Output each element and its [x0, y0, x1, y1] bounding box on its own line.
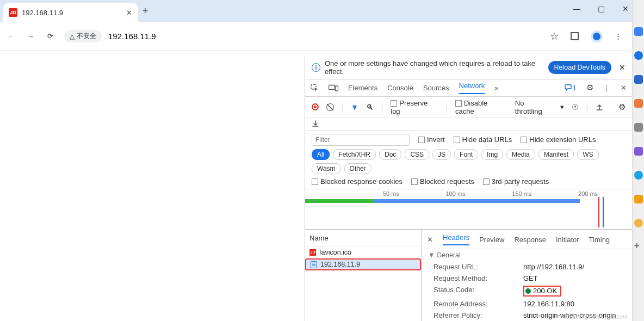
tab-sources[interactable]: Sources [423, 84, 449, 92]
detail-tab-preview[interactable]: Preview [479, 236, 504, 244]
third-party-label: 3rd-party requests [492, 177, 549, 186]
hide-ext-checkbox[interactable]: Hide extension URLs [521, 135, 596, 144]
warning-icon: △ [70, 33, 75, 40]
chevron-down-icon[interactable]: ▾ [560, 103, 564, 111]
svg-rect-2 [336, 86, 338, 91]
blocked-requests-checkbox[interactable]: Blocked requests [411, 177, 474, 186]
blocked-cookies-checkbox[interactable]: Blocked response cookies [312, 177, 403, 186]
timeline-bar [305, 199, 374, 203]
hide-data-checkbox[interactable]: Hide data URLs [454, 135, 512, 144]
chip-css[interactable]: CSS [405, 149, 429, 160]
reload-devtools-button[interactable]: Reload DevTools [548, 61, 612, 74]
reload-icon[interactable]: ⟳ [45, 32, 55, 40]
devtools-close-icon[interactable]: ✕ [621, 84, 627, 92]
blocked-requests-label: Blocked requests [420, 177, 474, 186]
window-minimize-icon[interactable]: ― [573, 4, 580, 13]
kv-row: Status Code:200 OK [422, 284, 632, 298]
chip-font[interactable]: Font [454, 149, 478, 160]
settings-icon[interactable]: ⚙ [586, 83, 593, 92]
chrome-menu-icon[interactable]: ⋮ [615, 35, 622, 38]
clear-icon[interactable] [326, 103, 334, 111]
issues-count[interactable]: 1 [565, 84, 577, 92]
kv-value: http://192.168.11.9/ [523, 263, 584, 271]
dock-item[interactable] [634, 27, 643, 36]
kv-key: Referrer Policy: [434, 311, 523, 319]
chip-ws[interactable]: WS [577, 149, 598, 160]
tab-network[interactable]: Network [459, 82, 485, 94]
tick-label: 100 ms [446, 190, 466, 197]
status-dot-icon [525, 288, 531, 294]
device-icon[interactable] [329, 84, 338, 91]
nav-forward-icon[interactable]: → [25, 32, 36, 40]
invert-checkbox[interactable]: Invert [418, 135, 445, 144]
dock-add-icon[interactable]: + [634, 243, 643, 251]
dock-item[interactable] [634, 219, 643, 227]
dock-item[interactable] [634, 123, 643, 132]
devtools-tabstrip: Elements Console Sources Network » 1 ⚙ ⋮… [305, 79, 632, 97]
kv-value: GET [523, 274, 538, 282]
chip-js[interactable]: JS [432, 149, 451, 160]
tab-console[interactable]: Console [387, 84, 413, 92]
chip-wasm[interactable]: Wasm [312, 163, 341, 174]
window-maximize-icon[interactable]: ▢ [598, 4, 605, 13]
detail-tab-response[interactable]: Response [514, 236, 546, 244]
detail-tab-initiator[interactable]: Initiator [556, 236, 579, 244]
tick-label: 150 ms [512, 190, 531, 197]
security-badge[interactable]: △不安全 [64, 30, 102, 42]
kv-row: Remote Address:192.168.11.9:80 [422, 298, 632, 310]
request-row-selected[interactable]: 192.168.11.9 [305, 258, 421, 270]
inspect-icon[interactable] [311, 84, 319, 92]
filter-input[interactable] [312, 134, 410, 146]
request-list-header[interactable]: Name [305, 230, 421, 246]
panel-icon[interactable] [571, 32, 579, 40]
preserve-log-checkbox[interactable]: Preserve log [391, 99, 438, 115]
detail-tab-headers[interactable]: Headers [443, 233, 469, 245]
download-icon[interactable] [312, 120, 626, 127]
dock-item[interactable] [634, 147, 643, 156]
network-timeline[interactable]: 50 ms 100 ms 150 ms 200 ms [305, 189, 632, 230]
profile-avatar[interactable] [591, 30, 603, 42]
filter-toggle-icon[interactable]: ▼ [351, 103, 358, 112]
detail-tab-timing[interactable]: Timing [589, 236, 610, 244]
more-tabs-icon[interactable]: » [494, 84, 498, 92]
window-close-icon[interactable]: ✕ [622, 4, 629, 13]
section-general[interactable]: ▼General [422, 249, 632, 261]
star-icon[interactable]: ☆ [550, 30, 559, 42]
browser-tab[interactable]: JD 192.168.11.9 ✕ [3, 3, 138, 22]
banner-close-icon[interactable]: ✕ [619, 63, 626, 72]
request-row[interactable]: JD favicon.ico [305, 246, 421, 258]
kv-key: Request URL: [434, 263, 523, 271]
new-tab-button[interactable]: + [141, 5, 149, 17]
throttling-select[interactable]: No throttling [515, 99, 553, 115]
detail-close-icon[interactable]: ✕ [427, 236, 433, 244]
chip-media[interactable]: Media [506, 149, 535, 160]
resource-type-chips: All Fetch/XHR Doc CSS JS Font Img Media … [312, 149, 626, 174]
dock-item[interactable] [634, 195, 643, 203]
chip-other[interactable]: Other [344, 163, 371, 174]
dock-search-icon[interactable] [634, 51, 643, 60]
chip-manifest[interactable]: Manifest [538, 149, 574, 160]
search-icon[interactable]: 🔍︎ [366, 103, 374, 112]
chip-all[interactable]: All [312, 149, 330, 160]
timeline-marker-load [598, 197, 599, 227]
network-settings-icon[interactable]: ⚙ [618, 102, 626, 112]
dock-item[interactable] [634, 99, 643, 108]
chip-img[interactable]: Img [481, 149, 503, 160]
close-tab-icon[interactable]: ✕ [125, 9, 133, 17]
side-dock: + [632, 0, 644, 321]
chip-doc[interactable]: Doc [379, 149, 401, 160]
dock-item[interactable] [634, 171, 643, 180]
wifi-icon[interactable]: ⦿ [572, 103, 579, 111]
tab-elements[interactable]: Elements [348, 84, 377, 92]
devtools-menu-icon[interactable]: ⋮ [603, 87, 611, 89]
upload-icon[interactable] [596, 103, 603, 111]
third-party-checkbox[interactable]: 3rd-party requests [483, 177, 549, 186]
disable-cache-checkbox[interactable]: Disable cache [455, 99, 507, 115]
dock-item[interactable] [634, 75, 643, 84]
devtools-panel: i One or more settings have changed whic… [305, 56, 632, 321]
chip-fetchxhr[interactable]: Fetch/XHR [333, 149, 376, 160]
omnibox[interactable]: △不安全 192.168.11.9 [64, 27, 541, 46]
nav-back-icon[interactable]: ← [5, 32, 16, 40]
record-icon[interactable] [312, 103, 319, 110]
network-toolbar: | ▼ 🔍︎ | Preserve log | Disable cache No… [305, 97, 632, 118]
